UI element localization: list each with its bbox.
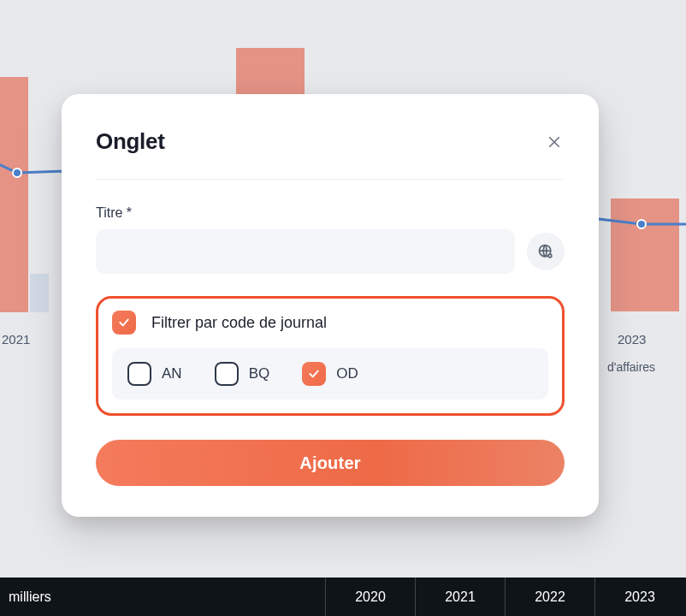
title-input[interactable] bbox=[96, 229, 515, 274]
code-checkbox-od[interactable] bbox=[302, 362, 326, 386]
table-year: 2020 bbox=[325, 578, 415, 616]
table-header: milliers 2020 2021 2022 2023 bbox=[0, 578, 686, 616]
code-item-an: AN bbox=[127, 362, 182, 386]
title-row bbox=[96, 229, 565, 274]
code-label: AN bbox=[162, 365, 182, 382]
legend-text: d'affaires bbox=[607, 360, 655, 374]
table-year: 2021 bbox=[415, 578, 505, 616]
table-year: 2022 bbox=[505, 578, 594, 616]
close-button[interactable] bbox=[544, 132, 565, 152]
modal-onglet: Onglet Titre * Filtrer par code de journ… bbox=[62, 94, 599, 517]
filter-toggle-row: Filtrer par code de journal bbox=[112, 311, 548, 335]
codes-row: AN BQ OD bbox=[112, 348, 548, 400]
svg-point-0 bbox=[13, 169, 21, 177]
close-icon bbox=[547, 134, 562, 150]
table-year: 2023 bbox=[594, 578, 684, 616]
code-checkbox-an[interactable] bbox=[127, 362, 151, 386]
code-label: BQ bbox=[249, 365, 270, 382]
submit-button[interactable]: Ajouter bbox=[96, 440, 565, 486]
modal-header: Onglet bbox=[96, 128, 565, 180]
code-label: OD bbox=[336, 365, 358, 382]
code-item-bq: BQ bbox=[215, 362, 270, 386]
check-icon bbox=[307, 367, 321, 381]
filter-label: Filtrer par code de journal bbox=[151, 314, 327, 332]
filter-block: Filtrer par code de journal AN BQ OD bbox=[96, 296, 565, 416]
svg-point-1 bbox=[637, 220, 646, 228]
code-item-od: OD bbox=[302, 362, 358, 386]
language-button[interactable] bbox=[527, 233, 565, 270]
table-left-label: milliers bbox=[0, 589, 325, 605]
filter-checkbox[interactable] bbox=[112, 311, 136, 335]
globe-icon bbox=[537, 243, 554, 260]
code-checkbox-bq[interactable] bbox=[215, 362, 239, 386]
modal-title: Onglet bbox=[96, 128, 165, 155]
axis-year: 2021 bbox=[2, 332, 30, 346]
title-label: Titre * bbox=[96, 205, 565, 221]
check-icon bbox=[117, 316, 131, 329]
svg-point-4 bbox=[549, 255, 551, 257]
axis-year: 2023 bbox=[618, 332, 646, 346]
